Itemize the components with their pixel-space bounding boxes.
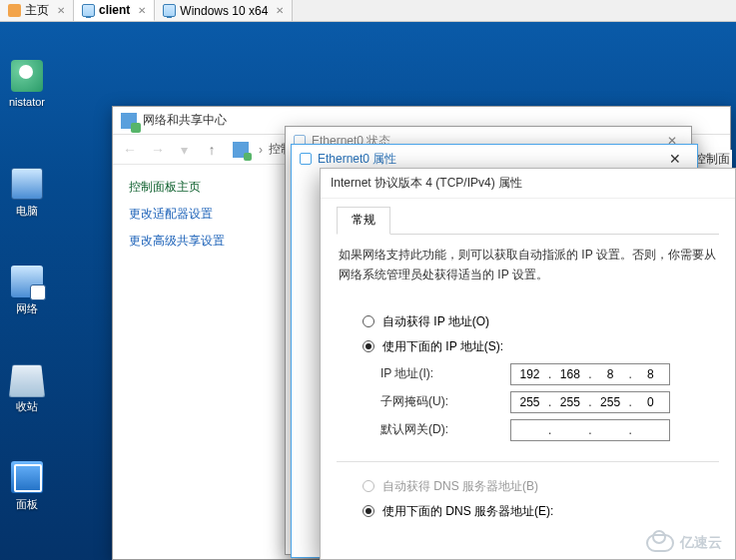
tab-strip: 常规	[337, 207, 719, 235]
pc-icon	[11, 168, 43, 200]
cloud-icon	[646, 534, 674, 552]
monitor-icon	[163, 4, 176, 17]
input-subnet-mask[interactable]: 255. 255. 255. 0	[510, 391, 670, 413]
recycle-icon	[9, 365, 45, 397]
close-icon[interactable]: ✕	[138, 5, 146, 16]
window-title: 网络和共享中心	[143, 112, 227, 129]
radio-auto-dns: 自动获得 DNS 服务器地址(B)	[363, 478, 711, 495]
tab-home[interactable]: 主页 ✕	[0, 0, 74, 21]
tab-general[interactable]: 常规	[337, 207, 390, 235]
radio-manual-dns[interactable]: 使用下面的 DNS 服务器地址(E):	[363, 503, 711, 520]
desktop-admin[interactable]: nistator	[4, 60, 50, 108]
link-change-advanced[interactable]: 更改高级共享设置	[129, 233, 276, 250]
tab-win10[interactable]: Windows 10 x64 ✕	[155, 0, 293, 21]
close-icon[interactable]: ✕	[57, 5, 65, 16]
home-icon	[8, 4, 21, 17]
separator	[337, 461, 719, 462]
radio-icon	[363, 340, 374, 352]
radio-manual-ip[interactable]: 使用下面的 IP 地址(S):	[363, 338, 711, 355]
tab-home-label: 主页	[25, 2, 49, 19]
vm-tabs: 主页 ✕ client ✕ Windows 10 x64 ✕	[0, 0, 736, 22]
overflow-label: 控制面	[692, 150, 732, 169]
label: 面板	[16, 498, 38, 510]
label: 收站	[16, 400, 38, 412]
dialog-ipv4-properties: Internet 协议版本 4 (TCP/IPv4) 属性 常规 如果网络支持此…	[320, 168, 736, 560]
network-icon	[11, 266, 43, 297]
label: 电脑	[16, 205, 38, 217]
ethernet-icon	[300, 153, 312, 165]
nav-back-button[interactable]: ←	[117, 139, 139, 161]
label-ip: IP 地址(I):	[380, 365, 510, 382]
tab-win10-label: Windows 10 x64	[180, 4, 268, 18]
row-ip-address: IP 地址(I): 192. 168. 8. 8	[380, 363, 711, 385]
close-button[interactable]: ✕	[661, 151, 689, 167]
desktop-control[interactable]: 面板	[4, 461, 50, 512]
desktop-network[interactable]: 网络	[4, 266, 50, 316]
watermark: 亿速云	[646, 534, 722, 552]
control-panel-icon	[11, 461, 43, 493]
side-panel: 控制面板主页 更改适配器设置 更改高级共享设置	[113, 165, 293, 559]
tab-client[interactable]: client ✕	[74, 0, 155, 21]
nav-up-button[interactable]: ↑	[201, 139, 223, 161]
radio-icon	[363, 480, 374, 492]
breadcrumb-icon	[233, 142, 249, 158]
network-center-icon	[121, 113, 137, 129]
row-subnet-mask: 子网掩码(U): 255. 255. 255. 0	[380, 391, 711, 413]
close-icon[interactable]: ✕	[276, 5, 284, 16]
user-icon	[11, 60, 43, 92]
tab-client-label: client	[99, 3, 130, 17]
row-gateway: 默认网关(D): . . .	[380, 419, 711, 441]
window-title: Ethernet0 属性	[318, 151, 396, 168]
nav-forward-button[interactable]: →	[145, 139, 167, 161]
label: 网络	[16, 302, 38, 314]
titlebar[interactable]: Internet 协议版本 4 (TCP/IPv4) 属性	[321, 169, 735, 199]
dns-group: 自动获得 DNS 服务器地址(B) 使用下面的 DNS 服务器地址(E):	[337, 466, 719, 532]
description-text: 如果网络支持此功能，则可以获取自动指派的 IP 设置。否则，你需要从网络系统管理…	[339, 245, 717, 285]
label-mask: 子网掩码(U):	[380, 393, 510, 410]
input-gateway[interactable]: . . .	[510, 419, 670, 441]
radio-icon	[363, 505, 374, 517]
nav-history-button[interactable]: ▾	[173, 139, 195, 161]
label: nistator	[9, 96, 45, 108]
radio-icon	[363, 315, 374, 327]
ip-group: 自动获得 IP 地址(O) 使用下面的 IP 地址(S): IP 地址(I): …	[337, 301, 719, 451]
monitor-icon	[82, 4, 95, 17]
desktop-recycle[interactable]: 收站	[4, 363, 50, 414]
dialog-title: Internet 协议版本 4 (TCP/IPv4) 属性	[331, 175, 522, 192]
desktop-pc[interactable]: 电脑	[4, 168, 50, 219]
link-change-adapter[interactable]: 更改适配器设置	[129, 206, 276, 223]
label-gateway: 默认网关(D):	[380, 421, 510, 438]
input-ip-address[interactable]: 192. 168. 8. 8	[510, 363, 670, 385]
side-panel-title: 控制面板主页	[129, 179, 276, 196]
radio-auto-ip[interactable]: 自动获得 IP 地址(O)	[363, 313, 711, 330]
